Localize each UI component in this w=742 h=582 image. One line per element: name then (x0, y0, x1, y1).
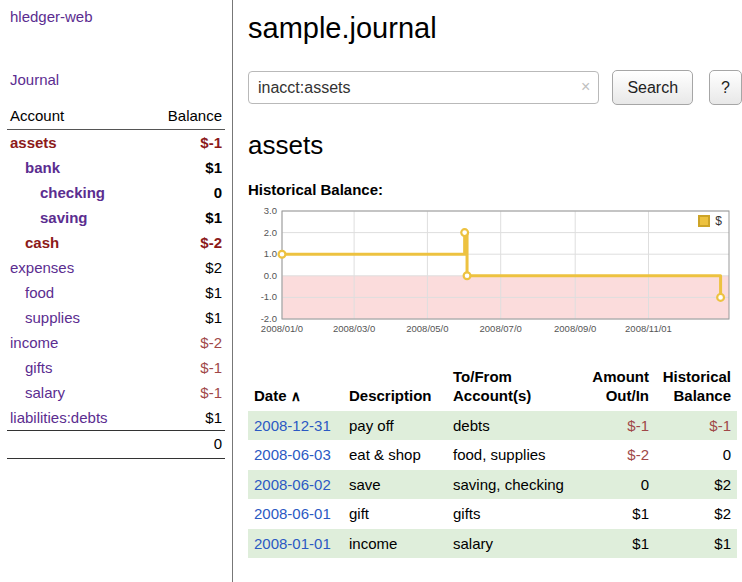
app-title-link[interactable]: hledger-web (10, 8, 232, 25)
account-balance: $2 (145, 255, 225, 280)
svg-text:2008/07/0: 2008/07/0 (480, 323, 522, 334)
transaction-amount: $1 (577, 499, 655, 529)
page-title: sample.journal (248, 12, 742, 45)
chart-label: Historical Balance: (248, 181, 742, 198)
register-row: 2008-01-01incomesalary$1$1 (248, 529, 737, 559)
chart-legend: $ (695, 213, 725, 229)
transaction-description: pay off (343, 411, 447, 441)
register-row: 2008-12-31pay offdebts$-1$-1 (248, 411, 737, 441)
register-col-balance: Historical Balance (655, 365, 737, 411)
accounts-total-row: 0 (7, 431, 225, 459)
accounts-body: assets$-1bank$1checking0saving$1cash$-2e… (7, 130, 225, 431)
account-balance: $1 (145, 155, 225, 180)
search-input[interactable] (248, 71, 599, 104)
account-link[interactable]: supplies (25, 309, 80, 326)
svg-text:3.0: 3.0 (264, 205, 277, 216)
transaction-balance: $2 (655, 499, 737, 529)
svg-text:-1.0: -1.0 (261, 291, 277, 302)
transaction-accounts: food, supplies (447, 440, 577, 470)
account-link[interactable]: assets (10, 134, 57, 151)
transaction-accounts: gifts (447, 499, 577, 529)
account-balance: 0 (145, 180, 225, 205)
transaction-amount: $-1 (577, 411, 655, 441)
account-link[interactable]: cash (25, 234, 59, 251)
transaction-date-link[interactable]: 2008-06-02 (254, 476, 331, 493)
svg-text:0.0: 0.0 (264, 270, 277, 281)
search-button[interactable]: Search (612, 70, 693, 105)
register-row: 2008-06-03eat & shopfood, supplies$-20 (248, 440, 737, 470)
account-link[interactable]: salary (25, 384, 65, 401)
account-link[interactable]: liabilities:debts (10, 409, 108, 426)
account-link[interactable]: income (10, 334, 58, 351)
transaction-accounts: salary (447, 529, 577, 559)
legend-swatch-icon (698, 215, 710, 227)
clear-search-icon[interactable]: × (581, 78, 590, 96)
account-link[interactable]: saving (40, 209, 88, 226)
accounts-total-value: 0 (145, 431, 225, 459)
account-link[interactable]: gifts (25, 359, 53, 376)
account-link[interactable]: expenses (10, 259, 74, 276)
register-body: 2008-12-31pay offdebts$-1$-12008-06-03ea… (248, 411, 737, 559)
transaction-date-link[interactable]: 2008-06-03 (254, 446, 331, 463)
sidebar: hledger-web Journal Account Balance asse… (0, 0, 233, 582)
sort-ascending-icon: ∧ (291, 388, 301, 404)
legend-label: $ (715, 214, 722, 228)
account-row: assets$-1 (7, 130, 225, 156)
account-balance: $1 (145, 280, 225, 305)
svg-text:2008/03/0: 2008/03/0 (333, 323, 375, 334)
search-row: × Search ? (248, 70, 742, 105)
register-col-date[interactable]: Date ∧ (248, 365, 343, 411)
transaction-date-link[interactable]: 2008-12-31 (254, 417, 331, 434)
help-button[interactable]: ? (709, 70, 742, 105)
svg-text:2008/05/0: 2008/05/0 (406, 323, 448, 334)
account-balance: $-1 (145, 355, 225, 380)
account-row: expenses$2 (7, 255, 225, 280)
register-row: 2008-06-02savesaving, checking0$2 (248, 470, 737, 500)
journal-link[interactable]: Journal (10, 71, 232, 88)
account-row: cash$-2 (7, 230, 225, 255)
register-col-description: Description (343, 365, 447, 411)
account-row: gifts$-1 (7, 355, 225, 380)
account-heading: assets (248, 130, 742, 161)
account-balance: $-1 (145, 380, 225, 405)
transaction-amount: $-2 (577, 440, 655, 470)
svg-text:2008/01/0: 2008/01/0 (261, 323, 303, 334)
account-link[interactable]: checking (40, 184, 105, 201)
account-row: food$1 (7, 280, 225, 305)
account-balance: $1 (145, 305, 225, 330)
transaction-description: save (343, 470, 447, 500)
account-row: salary$-1 (7, 380, 225, 405)
transaction-balance: $1 (655, 529, 737, 559)
transaction-balance: $2 (655, 470, 737, 500)
svg-text:2008/09/0: 2008/09/0 (554, 323, 596, 334)
accounts-table: Account Balance assets$-1bank$1checking0… (7, 104, 225, 459)
transaction-date-link[interactable]: 2008-01-01 (254, 535, 331, 552)
accounts-col-account: Account (7, 104, 145, 130)
account-row: saving$1 (7, 205, 225, 230)
account-balance: $-2 (145, 330, 225, 355)
transaction-amount: 0 (577, 470, 655, 500)
transaction-description: gift (343, 499, 447, 529)
balance-chart: 3.02.01.00.0-1.0-2.02008/01/02008/03/020… (248, 205, 737, 345)
accounts-header-row: Account Balance (7, 104, 225, 130)
transaction-balance: $-1 (655, 411, 737, 441)
register-table: Date ∧ Description To/From Account(s) Am… (248, 365, 737, 558)
balance-chart-svg: 3.02.01.00.0-1.0-2.02008/01/02008/03/020… (248, 205, 737, 345)
transaction-description: income (343, 529, 447, 559)
register-row: 2008-06-01giftgifts$1$2 (248, 499, 737, 529)
account-balance: $1 (145, 405, 225, 431)
transaction-accounts: saving, checking (447, 470, 577, 500)
search-box: × (248, 71, 599, 104)
register-col-accounts: To/From Account(s) (447, 365, 577, 411)
svg-text:1.0: 1.0 (264, 248, 277, 259)
transaction-date-link[interactable]: 2008-06-01 (254, 505, 331, 522)
account-link[interactable]: bank (25, 159, 60, 176)
svg-text:2008/11/01: 2008/11/01 (625, 323, 672, 334)
register-header-row: Date ∧ Description To/From Account(s) Am… (248, 365, 737, 411)
main-content: sample.journal × Search ? assets Histori… (248, 0, 742, 558)
account-link[interactable]: food (25, 284, 54, 301)
transaction-balance: 0 (655, 440, 737, 470)
transaction-description: eat & shop (343, 440, 447, 470)
account-row: checking0 (7, 180, 225, 205)
account-row: supplies$1 (7, 305, 225, 330)
